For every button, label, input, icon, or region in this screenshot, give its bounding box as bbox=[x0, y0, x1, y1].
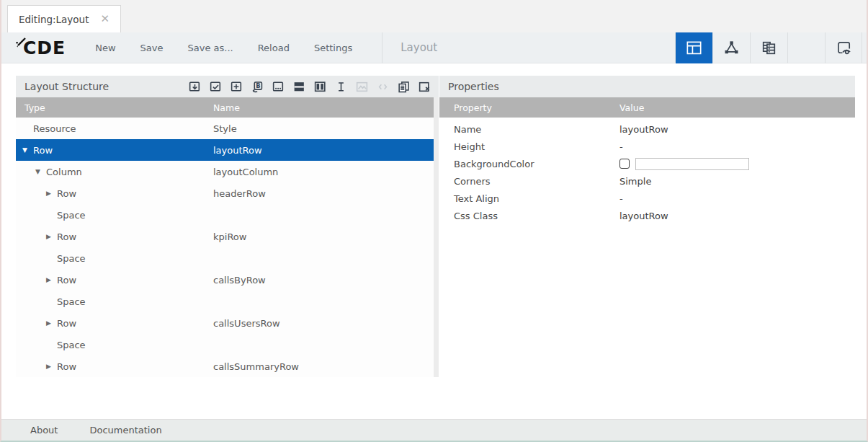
properties-column-value: Value bbox=[619, 102, 644, 113]
layout-panel-icon bbox=[685, 39, 703, 57]
properties-panel: Properties Property Value Name layoutRow… bbox=[439, 76, 855, 224]
close-icon[interactable]: ✕ bbox=[100, 14, 109, 25]
add-html-icon[interactable] bbox=[334, 80, 348, 94]
properties-header: Properties bbox=[439, 76, 855, 97]
cde-logo[interactable]: CDE bbox=[20, 39, 66, 57]
components-icon bbox=[722, 39, 741, 57]
main-toolbar: CDE New Save Save as... Reload Settings … bbox=[1, 32, 867, 63]
about-link[interactable]: About bbox=[30, 425, 58, 436]
tree-row-callsbyrow[interactable]: Row callsByRow bbox=[16, 269, 439, 291]
tree-row-kpirow[interactable]: Row kpiRow bbox=[16, 226, 439, 247]
backgroundcolor-input[interactable] bbox=[635, 158, 749, 170]
menu-reload[interactable]: Reload bbox=[246, 43, 302, 53]
layout-structure-header: Layout Structure B bbox=[16, 76, 439, 97]
add-columns-icon[interactable] bbox=[313, 80, 327, 94]
add-bootstrap-panel-icon[interactable]: B bbox=[251, 80, 264, 94]
tab-title: Editing:Layout bbox=[19, 14, 89, 25]
property-value-corners[interactable]: Simple bbox=[619, 176, 651, 187]
menu-new[interactable]: New bbox=[83, 43, 127, 53]
mode-label: Layout bbox=[401, 41, 437, 54]
chevron-right-icon[interactable] bbox=[46, 233, 57, 240]
tree-row-space[interactable]: Space bbox=[16, 291, 439, 312]
menu-save[interactable]: Save bbox=[128, 43, 176, 53]
add-resource-icon[interactable] bbox=[230, 80, 243, 94]
tree-table-header: Type Name bbox=[16, 97, 439, 118]
properties-table-header: Property Value bbox=[439, 97, 855, 118]
perspective-datasources-button[interactable] bbox=[750, 32, 787, 63]
tree-row-style[interactable]: Resource Style bbox=[16, 118, 439, 139]
perspective-switcher bbox=[675, 32, 862, 63]
add-row-icon[interactable] bbox=[292, 80, 306, 94]
tree-column-name: Name bbox=[213, 102, 240, 113]
properties-rows: Name layoutRow Height - BackgroundColor … bbox=[439, 118, 855, 224]
toolbar-divider bbox=[382, 32, 382, 63]
chevron-right-icon[interactable] bbox=[46, 276, 57, 283]
chevron-right-icon[interactable] bbox=[46, 363, 57, 370]
property-row-height[interactable]: Height - bbox=[439, 138, 855, 155]
chevron-right-icon[interactable] bbox=[46, 319, 57, 327]
preview-icon bbox=[835, 39, 853, 57]
chevron-down-icon[interactable] bbox=[22, 146, 33, 154]
layout-structure-title: Layout Structure bbox=[24, 81, 109, 92]
perspective-components-button[interactable] bbox=[712, 32, 750, 63]
save-as-template-icon[interactable] bbox=[188, 80, 202, 94]
tree-row-callssummaryrow[interactable]: Row callsSummaryRow bbox=[16, 355, 439, 377]
tab-editing-layout[interactable]: Editing:Layout ✕ bbox=[7, 5, 121, 32]
property-row-corners[interactable]: Corners Simple bbox=[439, 172, 855, 190]
tree-row-headerrow[interactable]: Row headerRow bbox=[16, 182, 439, 204]
properties-column-property: Property bbox=[439, 102, 492, 113]
pencil-icon bbox=[15, 35, 30, 50]
add-code-icon bbox=[376, 80, 390, 94]
tree-column-type: Type bbox=[16, 102, 45, 113]
tab-bar: Editing:Layout ✕ bbox=[1, 0, 867, 32]
apply-template-icon[interactable] bbox=[209, 80, 223, 94]
add-image-icon bbox=[355, 80, 369, 94]
menu-settings[interactable]: Settings bbox=[302, 43, 364, 53]
property-value-css-class[interactable]: layoutRow bbox=[619, 211, 668, 221]
tree-scrollbar[interactable] bbox=[434, 97, 439, 377]
tree-row-layoutcolumn[interactable]: Column layoutColumn bbox=[16, 161, 439, 182]
menu-bar: New Save Save as... Reload Settings bbox=[83, 43, 364, 53]
properties-title: Properties bbox=[448, 81, 499, 92]
tree-row-space[interactable]: Space bbox=[16, 247, 439, 269]
tree-row-space[interactable]: Space bbox=[16, 204, 439, 226]
tree-row-layoutrow[interactable]: Row layoutRow bbox=[16, 139, 439, 161]
datasources-icon bbox=[760, 39, 778, 57]
property-row-name[interactable]: Name layoutRow bbox=[439, 120, 855, 138]
property-row-css-class[interactable]: Css Class layoutRow bbox=[439, 207, 855, 224]
backgroundcolor-checkbox[interactable] bbox=[619, 159, 630, 169]
perspective-spacer bbox=[787, 32, 825, 63]
property-row-backgroundcolor[interactable]: BackgroundColor bbox=[439, 155, 855, 172]
cde-editor-window: Editing:Layout ✕ CDE New Save Save as...… bbox=[0, 0, 868, 442]
footer-bar: About Documentation bbox=[1, 419, 867, 441]
documentation-link[interactable]: Documentation bbox=[89, 425, 161, 436]
perspective-preview-button[interactable] bbox=[825, 32, 862, 63]
chevron-right-icon[interactable] bbox=[46, 190, 57, 197]
menu-save-as[interactable]: Save as... bbox=[175, 43, 245, 53]
editor-content: Layout Structure B bbox=[1, 63, 867, 419]
delete-icon[interactable] bbox=[418, 80, 431, 94]
tree-row-space[interactable]: Space bbox=[16, 334, 439, 355]
property-row-text-align[interactable]: Text Align - bbox=[439, 190, 855, 207]
tree-rows: Resource Style Row layoutRow Column layo… bbox=[16, 118, 439, 377]
duplicate-icon[interactable] bbox=[397, 80, 411, 94]
tree-row-callsusersrow[interactable]: Row callsUsersRow bbox=[16, 312, 439, 334]
property-value-name[interactable]: layoutRow bbox=[619, 124, 668, 135]
perspective-layout-button[interactable] bbox=[675, 32, 712, 63]
layout-structure-panel: Layout Structure B bbox=[16, 76, 439, 377]
add-freeform-icon[interactable] bbox=[272, 80, 285, 94]
property-value-height[interactable]: - bbox=[619, 141, 623, 152]
chevron-down-icon[interactable] bbox=[35, 168, 46, 175]
property-value-text-align[interactable]: - bbox=[619, 193, 623, 204]
layout-structure-toolbar: B bbox=[188, 80, 431, 94]
svg-text:B: B bbox=[256, 81, 260, 89]
